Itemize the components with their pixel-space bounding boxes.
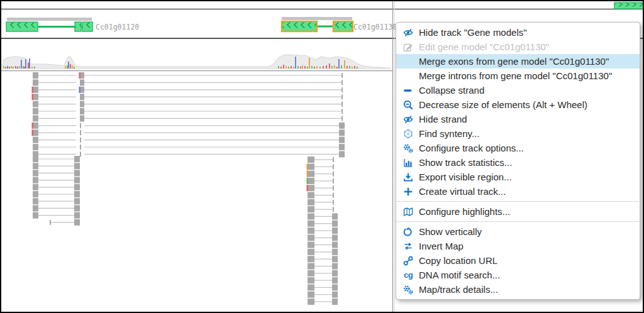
read-alignment[interactable] xyxy=(33,177,80,184)
menu-item-hide-strand[interactable]: Hide strand xyxy=(396,112,640,126)
read-alignment[interactable] xyxy=(50,219,80,226)
read-alignment[interactable] xyxy=(32,94,343,100)
gene-model-fragment[interactable] xyxy=(614,3,643,9)
gene-model-Cc01g01130[interactable]: Cc01g01130 xyxy=(282,17,397,31)
read-mismatch-mark xyxy=(307,163,308,170)
read-alignment[interactable] xyxy=(33,163,80,169)
read-segment xyxy=(339,123,345,129)
menu-item-decrease-size-of-elements-alt-wheel[interactable]: Decrease size of elements (Alt + Wheel) xyxy=(396,97,640,112)
gene-exon[interactable] xyxy=(6,22,38,31)
menu-item-copy-location-url[interactable]: Copy location URL xyxy=(396,253,640,268)
read-segment xyxy=(33,170,38,176)
read-segment xyxy=(80,101,84,107)
read-alignment[interactable] xyxy=(33,137,345,143)
read-alignment[interactable] xyxy=(307,185,335,191)
snp-tick xyxy=(68,62,69,69)
menu-item-map-track-details[interactable]: Map/track details... xyxy=(396,282,640,297)
menu-item-show-vertically[interactable]: Show vertically xyxy=(396,224,640,239)
read-segment xyxy=(308,171,314,177)
read-alignment[interactable] xyxy=(308,242,338,248)
read-end-tick xyxy=(80,123,81,128)
read-alignment[interactable] xyxy=(33,144,345,150)
read-end-tick xyxy=(333,185,334,190)
read-alignment[interactable] xyxy=(32,129,345,136)
menu-item-show-track-statistics[interactable]: Show track statistics... xyxy=(396,155,640,170)
read-alignment[interactable] xyxy=(308,292,338,298)
read-segment xyxy=(74,219,80,226)
read-alignment[interactable] xyxy=(308,156,334,163)
menu-item-invert-map[interactable]: Invert Map xyxy=(396,239,640,253)
menu-item-export-visible-region[interactable]: Export visible region... xyxy=(396,170,640,184)
read-segment xyxy=(332,292,338,298)
read-segment xyxy=(308,242,314,248)
read-segment xyxy=(33,184,38,190)
read-alignment[interactable] xyxy=(33,72,343,79)
read-alignment[interactable] xyxy=(308,228,338,234)
read-alignment[interactable] xyxy=(33,79,343,85)
gene-exon[interactable] xyxy=(75,22,81,31)
read-alignment[interactable] xyxy=(307,171,335,177)
menu-item-find-synteny[interactable]: Find synteny... xyxy=(396,126,640,141)
read-alignment[interactable] xyxy=(308,270,338,277)
read-alignment[interactable] xyxy=(308,206,334,212)
read-segment xyxy=(308,178,314,184)
gene-exon[interactable] xyxy=(333,21,353,31)
menu-item-hide-track-gene-models[interactable]: Hide track "Gene models" xyxy=(396,25,640,40)
read-segment xyxy=(332,234,338,241)
menu-item-create-virtual-track[interactable]: Create virtual track... xyxy=(396,184,640,199)
snp-tick xyxy=(349,66,350,69)
read-end-tick xyxy=(341,102,343,107)
read-alignment[interactable] xyxy=(33,184,80,190)
snp-tick xyxy=(288,67,289,69)
gene-exon[interactable] xyxy=(282,21,317,31)
coverage-track[interactable] xyxy=(3,55,390,69)
menu-item-configure-track-options[interactable]: Configure track options... xyxy=(396,141,640,155)
read-alignment[interactable] xyxy=(308,263,338,270)
snp-tick xyxy=(291,66,292,69)
read-alignment[interactable] xyxy=(33,212,80,219)
read-alignment[interactable] xyxy=(308,221,338,227)
menu-item-dna-motif-search[interactable]: cgDNA motif search... xyxy=(396,268,640,282)
read-alignment[interactable] xyxy=(32,87,343,93)
read-segment xyxy=(33,191,38,197)
menu-item-collapse-strand[interactable]: Collapse strand xyxy=(396,83,640,97)
read-alignment[interactable] xyxy=(308,249,338,255)
read-alignment[interactable] xyxy=(33,170,80,176)
read-alignment[interactable] xyxy=(308,277,338,283)
read-segment xyxy=(308,234,314,241)
read-end-tick xyxy=(341,94,343,99)
gene-label: Cc01g01130 xyxy=(353,23,397,31)
snp-tick xyxy=(34,67,35,69)
snp-tick xyxy=(74,67,75,69)
read-alignment[interactable] xyxy=(308,213,338,219)
read-alignment[interactable] xyxy=(33,198,80,204)
read-alignment[interactable] xyxy=(308,199,334,206)
genome-browser-window: Cc01g01120Cc01g01130 Hide track "Gene mo… xyxy=(0,0,644,313)
read-alignment[interactable] xyxy=(33,205,80,211)
menu-separator xyxy=(397,201,639,202)
read-segment xyxy=(308,292,314,298)
gene-model-Cc01g01120[interactable]: Cc01g01120 xyxy=(6,18,139,31)
read-alignment[interactable] xyxy=(308,192,334,199)
read-alignment[interactable] xyxy=(33,115,343,121)
read-alignment[interactable] xyxy=(32,123,345,129)
read-alignment[interactable] xyxy=(308,284,338,290)
read-alignment[interactable] xyxy=(308,256,338,262)
read-alignment[interactable] xyxy=(307,178,335,184)
read-alignment[interactable] xyxy=(33,156,80,162)
menu-item-configure-highlights[interactable]: Configure highlights... xyxy=(396,204,640,219)
menu-item-merge-introns-from-gene-model-cc01g01130[interactable]: Merge introns from gene model "Cc01g0113… xyxy=(396,69,640,83)
read-segment xyxy=(332,242,338,248)
read-alignment[interactable] xyxy=(33,101,343,107)
read-alignment[interactable] xyxy=(33,108,343,114)
read-alignment[interactable] xyxy=(308,234,338,241)
read-alignment[interactable] xyxy=(307,163,335,170)
menu-item-merge-exons-from-gene-model-cc01g01130[interactable]: Merge exons from gene model "Cc01g01130" xyxy=(396,54,640,69)
no-icon xyxy=(402,70,414,81)
read-alignments-track[interactable] xyxy=(32,72,345,305)
read-segment xyxy=(308,228,314,234)
gene-exon[interactable] xyxy=(82,22,92,31)
snp-tick xyxy=(29,58,30,69)
read-alignment[interactable] xyxy=(33,191,80,197)
read-alignment[interactable] xyxy=(308,299,338,305)
